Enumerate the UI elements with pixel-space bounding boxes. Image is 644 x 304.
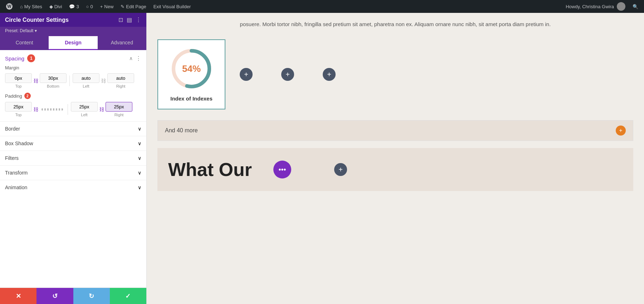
wp-icon: W bbox=[6, 3, 13, 10]
add-button-1[interactable]: + bbox=[240, 68, 253, 81]
margin-right-input[interactable] bbox=[107, 73, 134, 83]
spacing-collapse-icon[interactable]: ∧ bbox=[129, 55, 133, 61]
padding-divider bbox=[68, 104, 68, 115]
content-area: posuere. Morbi tortor nibh, fringilla se… bbox=[147, 13, 644, 304]
counter-percent: 54% bbox=[182, 63, 201, 74]
comment-count: 3 bbox=[76, 4, 79, 9]
padding-left-input[interactable] bbox=[71, 102, 98, 112]
more-icon[interactable]: ⋮ bbox=[136, 16, 141, 23]
divi-icon: ◆ bbox=[49, 4, 53, 9]
margin-bottom-label: Bottom bbox=[47, 84, 59, 88]
edit-page-button[interactable]: ✎ Edit Page bbox=[118, 0, 149, 13]
counter-row: 54% Index of Indexes + + + bbox=[157, 39, 633, 109]
tab-design-label: Design bbox=[65, 40, 82, 45]
what-our-title: What Our bbox=[168, 159, 252, 180]
my-sites-item[interactable]: ⌂ My Sites bbox=[17, 0, 45, 13]
exit-visual-builder-button[interactable]: Exit Visual Builder bbox=[151, 0, 194, 13]
purple-dots-icon: ••• bbox=[278, 166, 286, 174]
padding-top-input[interactable] bbox=[5, 102, 32, 112]
home-icon: ⌂ bbox=[20, 4, 23, 9]
redo-button[interactable]: ↻ bbox=[73, 288, 110, 304]
comment-icon: 💬 bbox=[69, 4, 75, 9]
padding-group: Padding 2 Top ⛓ bbox=[0, 93, 146, 121]
margin-text: Margin bbox=[5, 65, 19, 70]
preset-dropdown-icon[interactable]: ▾ bbox=[35, 28, 37, 33]
search-icon-btn[interactable]: 🔍 bbox=[630, 4, 641, 9]
margin-lr-link-icon[interactable]: ⛓ bbox=[99, 78, 107, 84]
margin-label: Margin bbox=[5, 65, 141, 70]
comment-zero: 0 bbox=[90, 4, 93, 9]
wp-logo[interactable]: W bbox=[3, 0, 16, 13]
transform-section[interactable]: Transform ∨ bbox=[0, 165, 146, 180]
margin-top-input[interactable] bbox=[5, 73, 32, 83]
tab-advanced-label: Advanced bbox=[111, 40, 133, 45]
border-chevron[interactable]: ∨ bbox=[138, 126, 141, 132]
search-icon: 🔍 bbox=[633, 4, 638, 9]
filters-chevron[interactable]: ∨ bbox=[138, 155, 141, 161]
transform-chevron[interactable]: ∨ bbox=[138, 170, 141, 176]
margin-left-label: Left bbox=[83, 84, 89, 88]
tab-content[interactable]: Content bbox=[0, 36, 49, 50]
padding-right-input[interactable] bbox=[106, 102, 132, 112]
margin-right-field: Right bbox=[107, 73, 134, 88]
admin-bar: W ⌂ My Sites ◆ Divi 💬 3 ○ 0 + New ✎ Edit… bbox=[0, 0, 644, 13]
spacing-section-title: Spacing 1 bbox=[5, 54, 35, 62]
more-add-button[interactable]: + bbox=[616, 126, 626, 136]
new-label: New bbox=[104, 4, 113, 9]
padding-link-icon[interactable]: ⛓ bbox=[32, 107, 40, 112]
tab-design[interactable]: Design bbox=[49, 36, 97, 50]
margin-left-input[interactable] bbox=[73, 73, 99, 83]
save-icon: ✓ bbox=[125, 292, 131, 300]
plus-icon: + bbox=[100, 4, 103, 9]
padding-drag-handle[interactable] bbox=[42, 108, 63, 111]
add-button-2[interactable]: + bbox=[281, 68, 294, 81]
resize-icon[interactable]: ⊡ bbox=[118, 16, 123, 23]
spacing-section-header[interactable]: Spacing 1 ∧ ⋮ bbox=[0, 50, 146, 65]
padding-bottom-field bbox=[40, 104, 65, 114]
intro-text: posuere. Morbi tortor nibh, fringilla se… bbox=[234, 20, 556, 29]
margin-link-icon[interactable]: ⛓ bbox=[32, 78, 40, 84]
border-label: Border bbox=[5, 126, 20, 132]
preset-label[interactable]: Preset: Default bbox=[5, 28, 33, 33]
box-shadow-chevron[interactable]: ∨ bbox=[138, 141, 141, 146]
margin-left-field: Left bbox=[73, 73, 99, 88]
spacing-section-actions: ∧ ⋮ bbox=[129, 55, 141, 62]
padding-row: Top ⛓ Left ⛓ bbox=[5, 102, 141, 117]
filters-section[interactable]: Filters ∨ bbox=[0, 151, 146, 165]
divi-label: Divi bbox=[54, 4, 62, 9]
padding-lr-link-icon[interactable]: ⛓ bbox=[98, 107, 106, 112]
padding-right-label: Right bbox=[114, 113, 124, 117]
border-section[interactable]: Border ∨ bbox=[0, 121, 146, 136]
tabs: Content Design Advanced bbox=[0, 36, 146, 50]
divi-item[interactable]: ◆ Divi bbox=[47, 0, 65, 13]
box-shadow-section[interactable]: Box Shadow ∨ bbox=[0, 136, 146, 151]
comments-item[interactable]: 💬 3 bbox=[66, 0, 82, 13]
howdy-item[interactable]: Howdy, Christina Gwira bbox=[563, 2, 628, 11]
add-button-3[interactable]: + bbox=[323, 68, 336, 81]
tab-advanced[interactable]: Advanced bbox=[98, 36, 146, 50]
more-add-icon: + bbox=[619, 127, 622, 134]
spacing-badge: 1 bbox=[27, 54, 35, 62]
bottom-bar: ✕ ↺ ↻ ✓ bbox=[0, 288, 146, 304]
margin-group: Margin Top ⛓ Bottom bbox=[0, 65, 146, 93]
more-bar-text: And 40 more bbox=[165, 127, 198, 134]
undo-button[interactable]: ↺ bbox=[36, 288, 73, 304]
animation-chevron[interactable]: ∨ bbox=[138, 185, 141, 190]
purple-dots-button[interactable]: ••• bbox=[273, 161, 291, 178]
new-button[interactable]: + New bbox=[97, 0, 117, 13]
layout-icon[interactable]: ▤ bbox=[127, 16, 132, 23]
save-button[interactable]: ✓ bbox=[110, 288, 146, 304]
sidebar: Circle Counter Settings ⊡ ▤ ⋮ Preset: De… bbox=[0, 13, 147, 304]
animation-section[interactable]: Animation ∨ bbox=[0, 180, 146, 195]
cancel-button[interactable]: ✕ bbox=[0, 288, 36, 304]
edit-page-label: Edit Page bbox=[126, 4, 146, 9]
comment-count-item[interactable]: ○ 0 bbox=[83, 0, 96, 13]
animation-label: Animation bbox=[5, 185, 27, 190]
dark-add-button[interactable]: + bbox=[334, 163, 347, 176]
spacing-more-icon[interactable]: ⋮ bbox=[136, 55, 141, 62]
margin-top-label: Top bbox=[15, 84, 22, 88]
margin-right-label: Right bbox=[116, 84, 126, 88]
padding-left-field: Left bbox=[71, 102, 98, 117]
svg-text:W: W bbox=[7, 4, 11, 9]
margin-bottom-input[interactable] bbox=[40, 73, 67, 83]
